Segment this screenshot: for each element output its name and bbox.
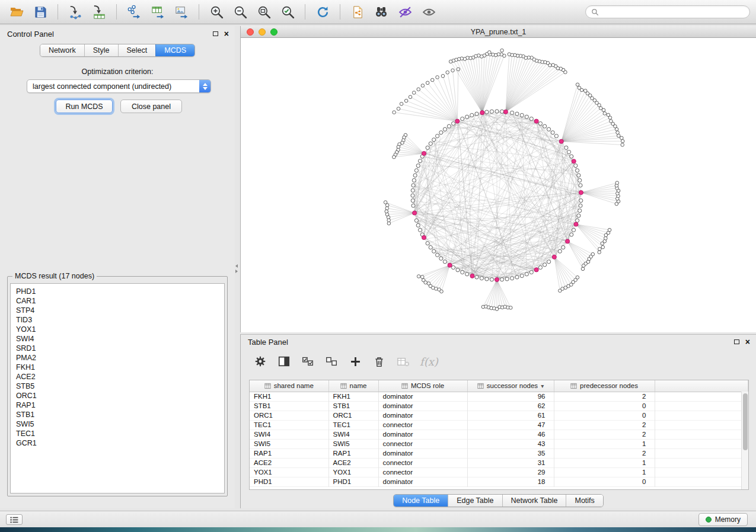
close-panel-icon[interactable]: × [224, 31, 229, 37]
table-cell: dominator [378, 430, 467, 439]
control-panel-title: Control Panel [7, 30, 54, 39]
export-image-button[interactable] [171, 2, 192, 22]
column-header-mcds-role[interactable]: MCDS role [378, 380, 467, 392]
select-all-rows-button[interactable] [299, 352, 317, 370]
table-cell: SWI4 [250, 430, 328, 439]
zoom-selected-button[interactable] [277, 2, 298, 22]
table-scrollbar[interactable] [741, 392, 748, 489]
sort-desc-icon[interactable]: ▾ [541, 383, 544, 389]
table-scrollbar-thumb[interactable] [743, 393, 748, 450]
network-window-titlebar[interactable]: YPA_prune.txt_1 [241, 26, 756, 38]
mcds-result-item[interactable]: RAP1 [16, 400, 219, 410]
float-panel-icon[interactable] [213, 31, 218, 36]
tab-motifs[interactable]: Motifs [566, 495, 602, 507]
zoom-in-button[interactable] [206, 2, 227, 22]
task-history-button[interactable] [6, 514, 23, 525]
mcds-result-item[interactable]: CAR1 [16, 296, 219, 306]
tab-edge-table[interactable]: Edge Table [448, 495, 502, 507]
column-header-successor-nodes[interactable]: successor nodes ▾ [467, 380, 554, 392]
tab-node-table[interactable]: Node Table [394, 495, 448, 507]
panel-splitter[interactable] [235, 26, 240, 508]
mcds-result-item[interactable]: SRD1 [16, 344, 219, 353]
mcds-result-item[interactable]: TEC1 [16, 429, 219, 438]
tab-network[interactable]: Network [40, 44, 84, 56]
table-cell: 29 [467, 467, 554, 477]
mcds-result-item[interactable]: YOX1 [16, 325, 219, 334]
table-row[interactable]: TEC1TEC1connector472 [250, 420, 748, 430]
close-panel-button[interactable]: Close panel [120, 100, 182, 113]
table-cell: FKH1 [250, 392, 328, 401]
tab-network-table[interactable]: Network Table [502, 495, 566, 507]
mcds-result-list[interactable]: PHD1CAR1STP4TID3YOX1SWI4SRD1PMA2FKH1ACE2… [10, 283, 225, 493]
toolbar-separator [340, 4, 340, 20]
table-row[interactable]: SWI4SWI4dominator462 [250, 430, 748, 439]
criterion-dropdown[interactable]: largest connected component (undirected) [27, 79, 211, 93]
refresh-icon [315, 5, 330, 20]
float-table-panel-icon[interactable] [734, 339, 739, 344]
function-builder-button[interactable]: f(x) [417, 355, 441, 368]
import-table-button[interactable] [88, 2, 110, 22]
mcds-result-item[interactable]: STB1 [16, 410, 219, 419]
table-row[interactable]: PHD1PHD1dominator180 [250, 477, 748, 486]
mcds-result-item[interactable]: FKH1 [16, 363, 219, 372]
optimization-criterion-label: Optimization criterion: [0, 68, 235, 76]
mcds-result-item[interactable]: ORC1 [16, 391, 219, 400]
mcds-result-item[interactable]: GCR1 [16, 438, 219, 448]
export-table-icon [151, 5, 165, 20]
search-input[interactable] [602, 8, 744, 16]
delete-column-button[interactable] [370, 352, 388, 370]
mcds-result-item[interactable]: TID3 [16, 315, 219, 325]
mcds-result-item[interactable]: STP4 [16, 306, 219, 315]
table-settings-button[interactable] [251, 352, 269, 370]
search-binoculars-button[interactable] [371, 2, 392, 22]
mcds-result-item[interactable]: ACE2 [16, 372, 219, 382]
zoom-fit-button[interactable] [253, 2, 275, 22]
run-mcds-button[interactable]: Run MCDS [56, 100, 113, 113]
mcds-result-item[interactable]: STB5 [16, 382, 219, 391]
export-network-button[interactable] [123, 2, 145, 22]
table-row[interactable]: SWI5SWI5connector431 [250, 439, 748, 448]
table-row[interactable]: STB1STB1dominator620 [250, 401, 748, 411]
table-cell: FKH1 [328, 392, 378, 401]
open-folder-button[interactable] [6, 2, 27, 22]
table-cell-filler [655, 448, 748, 458]
table-row[interactable]: ORC1ORC1dominator610 [250, 411, 748, 420]
mcds-result-item[interactable]: SWI5 [16, 419, 219, 429]
network-canvas[interactable] [241, 38, 756, 332]
column-header-name[interactable]: name [328, 380, 378, 392]
table-row[interactable]: FKH1FKH1dominator962 [250, 392, 748, 401]
show-columns-button[interactable] [275, 352, 293, 370]
column-header-predecessor-nodes[interactable]: predecessor nodes [554, 380, 655, 392]
column-header-shared-name[interactable]: shared name [250, 380, 328, 392]
export-table-button[interactable] [147, 2, 168, 22]
tab-mcds[interactable]: MCDS [155, 44, 194, 56]
document-share-button[interactable] [347, 2, 368, 22]
import-network-button[interactable] [65, 2, 86, 22]
export-network-icon [127, 5, 142, 20]
hide-unselected-button[interactable] [394, 2, 416, 22]
mcds-result-item[interactable]: PMA2 [16, 353, 219, 363]
table-cell: 2 [554, 448, 655, 458]
refresh-button[interactable] [312, 2, 333, 22]
zoom-out-button[interactable] [229, 2, 251, 22]
tab-select[interactable]: Select [118, 44, 156, 56]
tab-style[interactable]: Style [84, 44, 118, 56]
show-all-button[interactable] [418, 2, 439, 22]
memory-button[interactable]: Memory [698, 513, 748, 526]
table-cell: 1 [554, 467, 655, 477]
close-table-panel-icon[interactable]: × [745, 339, 750, 345]
table-cell: 43 [467, 439, 554, 448]
delete-table-button-disabled[interactable] [394, 352, 412, 370]
splitter-arrows-icon[interactable] [235, 264, 238, 273]
mcds-result-item[interactable]: SWI4 [16, 334, 219, 344]
mcds-result-item[interactable]: PHD1 [16, 287, 219, 296]
table-row[interactable]: RAP1RAP1dominator352 [250, 448, 748, 458]
network-graph[interactable] [241, 38, 755, 332]
table-row[interactable]: ACE2ACE2connector311 [250, 458, 748, 467]
table-row[interactable]: YOX1YOX1connector291 [250, 467, 748, 477]
add-column-button[interactable] [346, 352, 364, 370]
deselect-all-rows-button[interactable] [323, 352, 340, 370]
search-box[interactable] [585, 5, 750, 18]
table-cell: PHD1 [328, 477, 378, 486]
save-button[interactable] [30, 2, 51, 22]
